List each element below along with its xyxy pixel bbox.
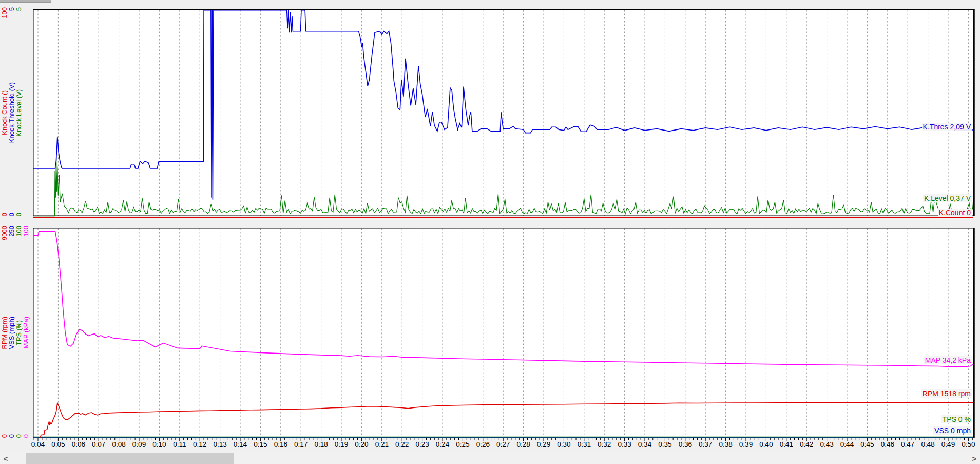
series-value-label: RPM 1518 rpm bbox=[921, 389, 972, 398]
x-axis-tick-label: 0:48 bbox=[917, 440, 939, 448]
y-axis-min-label: 0 bbox=[15, 424, 23, 438]
y-axis-max-label: 5 bbox=[8, 7, 15, 36]
x-axis-tick-label: 0:05 bbox=[47, 440, 69, 448]
x-axis-tick-label: 0:31 bbox=[573, 440, 595, 448]
plot-background bbox=[33, 228, 974, 438]
y-axis-max-label: 100 bbox=[15, 226, 23, 254]
y-axis-title: Knock Count () bbox=[1, 9, 8, 216]
series-value-label: K.Thres 2,09 V bbox=[922, 123, 972, 131]
x-axis-tick-label: 0:04 bbox=[27, 440, 49, 448]
x-axis-tick-label: 0:24 bbox=[431, 440, 454, 448]
x-axis-tick-label: 0:50 bbox=[957, 440, 979, 448]
scrollbar-thumb[interactable] bbox=[26, 453, 234, 464]
y-axis-min-label: 0 bbox=[8, 203, 15, 216]
y-axis-title: Knock Threshold (V) bbox=[8, 9, 15, 216]
x-axis-tick-label: 0:46 bbox=[876, 440, 899, 448]
x-axis-tick-label: 0:35 bbox=[654, 440, 676, 448]
x-axis-tick-label: 0:32 bbox=[593, 440, 616, 448]
x-axis-tick-label: 0:38 bbox=[715, 440, 737, 448]
top-scrollbar-fragment bbox=[0, 0, 51, 3]
x-axis-tick-label: 0:47 bbox=[896, 440, 919, 448]
x-axis-tick-label: 0:07 bbox=[87, 440, 110, 448]
y-axis-min-label: 0 bbox=[8, 424, 15, 438]
x-axis-tick-label: 0:34 bbox=[633, 440, 656, 448]
plot-background bbox=[33, 10, 974, 216]
x-axis-tick-label: 0:14 bbox=[229, 440, 252, 448]
y-axis-title: MAP (kPa) bbox=[22, 228, 30, 438]
series-value-label: VSS 0 mph bbox=[933, 426, 972, 435]
y-axis-title: VSS (mph) bbox=[8, 228, 15, 438]
x-axis-tick-label: 0:27 bbox=[492, 440, 514, 448]
x-axis-tick-label: 0:23 bbox=[411, 440, 434, 448]
x-axis-tick-label: 0:37 bbox=[694, 440, 717, 448]
y-axis-max-label: 250 bbox=[8, 226, 15, 254]
x-axis-tick-label: 0:36 bbox=[674, 440, 697, 448]
x-axis-tick-label: 0:29 bbox=[532, 440, 555, 448]
y-axis-min-label: 0 bbox=[22, 424, 30, 438]
y-axis-max-label: 100 bbox=[22, 226, 30, 254]
y-axis-max-label: 100 bbox=[1, 7, 8, 36]
x-axis-tick-label: 0:19 bbox=[330, 440, 353, 448]
y-axis-title: TPS (%) bbox=[15, 228, 23, 438]
scroll-right-arrow-icon[interactable]: > bbox=[970, 453, 979, 464]
series-value-label: K.Level 0,37 V bbox=[923, 194, 972, 202]
series-value-label: TPS 0 % bbox=[941, 415, 972, 423]
x-axis-tick-label: 0:13 bbox=[209, 440, 232, 448]
x-axis-tick-label: 0:20 bbox=[350, 440, 373, 448]
y-axis-min-label: 0 bbox=[1, 424, 8, 438]
engine-chart-plot[interactable] bbox=[33, 228, 975, 443]
x-axis-tick-label: 0:30 bbox=[552, 440, 575, 448]
x-axis-tick-label: 0:16 bbox=[270, 440, 292, 448]
y-axis-title: Knock Level (V) bbox=[15, 9, 23, 216]
x-axis-tick-label: 0:09 bbox=[128, 440, 150, 448]
series-value-label: K.Count 0 bbox=[938, 209, 972, 217]
x-axis-tick-label: 0:11 bbox=[168, 440, 191, 448]
x-axis-tick-label: 0:15 bbox=[249, 440, 272, 448]
x-axis-tick-label: 0:25 bbox=[451, 440, 474, 448]
x-axis-tick-label: 0:39 bbox=[735, 440, 757, 448]
x-axis-tick-label: 0:26 bbox=[472, 440, 494, 448]
y-axis-max-label: 9000 bbox=[1, 226, 8, 254]
x-axis-tick-label: 0:06 bbox=[67, 440, 90, 448]
x-axis-tick-label: 0:43 bbox=[816, 440, 838, 448]
x-axis-tick-label: 0:33 bbox=[613, 440, 636, 448]
x-axis-tick-label: 0:49 bbox=[937, 440, 959, 448]
y-axis-max-label: 5 bbox=[15, 7, 23, 36]
x-axis-tick-label: 0:41 bbox=[775, 440, 798, 448]
x-axis-tick-label: 0:45 bbox=[856, 440, 878, 448]
x-axis-tick-label: 0:22 bbox=[391, 440, 413, 448]
y-axis-title: RPM (rpm) bbox=[1, 228, 8, 438]
x-axis-tick-label: 0:42 bbox=[795, 440, 818, 448]
x-axis-tick-label: 0:40 bbox=[755, 440, 777, 448]
x-axis-tick-label: 0:18 bbox=[310, 440, 333, 448]
x-axis-tick-label: 0:21 bbox=[371, 440, 393, 448]
x-axis-tick-label: 0:12 bbox=[188, 440, 211, 448]
logviewer-window: Knock Count ()1000Knock Threshold (V)50K… bbox=[0, 0, 980, 464]
y-axis-min-label: 0 bbox=[15, 203, 23, 216]
scroll-left-arrow-icon[interactable]: < bbox=[1, 453, 10, 464]
series-value-label: MAP 34,2 kPa bbox=[924, 356, 972, 364]
x-axis-tick-label: 0:10 bbox=[148, 440, 170, 448]
y-axis-min-label: 0 bbox=[1, 203, 8, 216]
knock-chart-plot[interactable] bbox=[33, 7, 975, 220]
x-axis-tick-label: 0:44 bbox=[836, 440, 858, 448]
x-axis-tick-label: 0:08 bbox=[108, 440, 130, 448]
x-axis-tick-label: 0:28 bbox=[512, 440, 535, 448]
horizontal-scrollbar[interactable]: < > bbox=[0, 453, 980, 464]
x-axis-tick-label: 0:17 bbox=[290, 440, 312, 448]
